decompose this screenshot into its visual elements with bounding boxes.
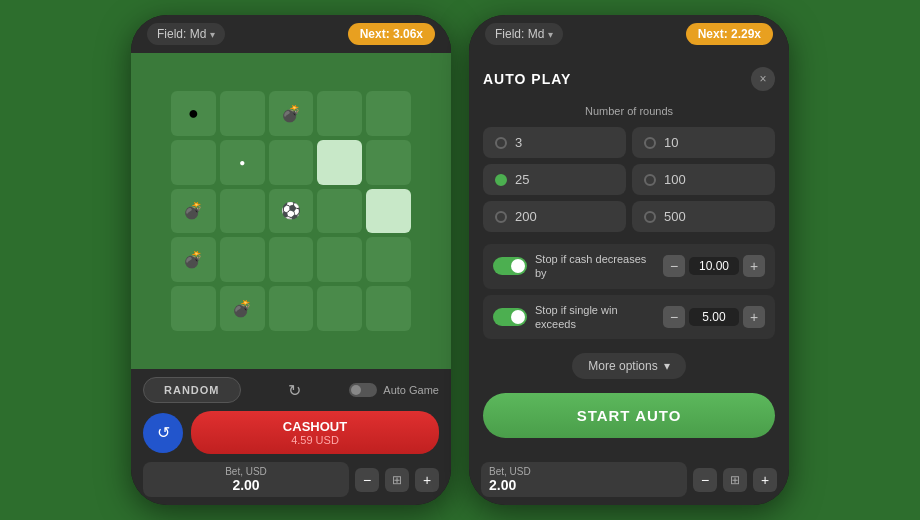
bet-stack-icon[interactable]: ⊞ — [385, 468, 409, 492]
left-field-label: Field: Md — [157, 27, 206, 41]
cell-1-4[interactable] — [366, 140, 411, 185]
right-stack-icon[interactable]: ⊞ — [723, 468, 747, 492]
cell-1-3[interactable] — [317, 140, 362, 185]
rounds-grid: 3 10 25 100 200 — [483, 127, 775, 232]
auto-game-toggle-switch[interactable] — [349, 383, 377, 397]
left-next-badge: Next: 3.06x — [348, 23, 435, 45]
bet-increase-button[interactable]: + — [415, 468, 439, 492]
auto-game-toggle[interactable]: Auto Game — [349, 383, 439, 397]
cell-1-1[interactable]: ● — [220, 140, 265, 185]
refresh-icon[interactable]: ↻ — [288, 381, 301, 400]
close-button[interactable]: × — [751, 67, 775, 91]
stop-win-control: − 5.00 + — [663, 306, 765, 328]
cell-0-1[interactable] — [220, 91, 265, 136]
round-num-3: 3 — [515, 135, 522, 150]
more-options-button[interactable]: More options ▾ — [572, 353, 685, 379]
cell-4-2[interactable] — [269, 286, 314, 331]
cell-4-0[interactable] — [171, 286, 216, 331]
round-option-100[interactable]: 100 — [632, 164, 775, 195]
cell-2-4[interactable] — [366, 189, 411, 234]
action-row: ↺ CASHOUT 4.59 USD — [143, 411, 439, 454]
panel-title: AUTO PLAY — [483, 71, 571, 87]
cashout-button[interactable]: CASHOUT 4.59 USD — [191, 411, 439, 454]
round-num-10: 10 — [664, 135, 678, 150]
cell-3-2[interactable] — [269, 237, 314, 282]
round-option-3[interactable]: 3 — [483, 127, 626, 158]
game-area: ● 💣 ● 💣 ⚽ 💣 💣 — [131, 53, 451, 369]
stop-condition-2: Stop if single win exceeds − 5.00 + — [483, 295, 775, 340]
cell-2-1[interactable] — [220, 189, 265, 234]
cell-0-3[interactable] — [317, 91, 362, 136]
left-phone: Field: Md ▾ Next: 3.06x ● 💣 ● 💣 ⚽ — [131, 15, 451, 505]
cash-value: 10.00 — [689, 257, 739, 275]
cell-0-2[interactable]: 💣 — [269, 91, 314, 136]
stop-cash-toggle[interactable] — [493, 257, 527, 275]
radio-3 — [495, 137, 507, 149]
cell-1-0[interactable] — [171, 140, 216, 185]
stop-win-label: Stop if single win exceeds — [535, 303, 655, 332]
right-field-chevron: ▾ — [548, 29, 553, 40]
right-bet-value: 2.00 — [489, 477, 679, 493]
round-option-25[interactable]: 25 — [483, 164, 626, 195]
bet-value: 2.00 — [151, 477, 341, 493]
cell-3-0[interactable]: 💣 — [171, 237, 216, 282]
round-option-500[interactable]: 500 — [632, 201, 775, 232]
more-options-label: More options — [588, 359, 657, 373]
cell-0-4[interactable] — [366, 91, 411, 136]
bet-row: Bet, USD 2.00 − ⊞ + — [143, 462, 439, 497]
radio-200 — [495, 211, 507, 223]
autoplay-content: AUTO PLAY × Number of rounds 3 10 25 — [469, 53, 789, 454]
right-bottom-controls: Bet, USD 2.00 − ⊞ + — [469, 454, 789, 505]
win-decrease-btn[interactable]: − — [663, 306, 685, 328]
stop-win-toggle[interactable] — [493, 308, 527, 326]
right-field-selector[interactable]: Field: Md ▾ — [485, 23, 563, 45]
stop-condition-1: Stop if cash decreases by − 10.00 + — [483, 244, 775, 289]
win-value: 5.00 — [689, 308, 739, 326]
right-bet-section: Bet, USD 2.00 — [481, 462, 687, 497]
start-auto-button[interactable]: START AUTO — [483, 393, 775, 438]
cashout-label: CASHOUT — [199, 419, 431, 434]
game-grid: ● 💣 ● 💣 ⚽ 💣 💣 — [171, 91, 411, 331]
cell-3-3[interactable] — [317, 237, 362, 282]
win-increase-btn[interactable]: + — [743, 306, 765, 328]
radio-10 — [644, 137, 656, 149]
round-num-500: 500 — [664, 209, 686, 224]
cell-4-4[interactable] — [366, 286, 411, 331]
right-top-bar: Field: Md ▾ Next: 2.29x — [469, 15, 789, 53]
cell-3-4[interactable] — [366, 237, 411, 282]
spin-button[interactable]: ↺ — [143, 413, 183, 453]
radio-500 — [644, 211, 656, 223]
cell-2-0[interactable]: 💣 — [171, 189, 216, 234]
cashout-amount: 4.59 USD — [199, 434, 431, 446]
cell-4-3[interactable] — [317, 286, 362, 331]
cell-2-3[interactable] — [317, 189, 362, 234]
right-phone: Field: Md ▾ Next: 2.29x AUTO PLAY × Numb… — [469, 15, 789, 505]
random-row: RANDOM ↻ Auto Game — [143, 377, 439, 403]
right-field-label: Field: Md — [495, 27, 544, 41]
autoplay-panel: AUTO PLAY × Number of rounds 3 10 25 — [469, 53, 789, 454]
cell-3-1[interactable] — [220, 237, 265, 282]
left-field-chevron: ▾ — [210, 29, 215, 40]
radio-25 — [495, 174, 507, 186]
cell-2-2[interactable]: ⚽ — [269, 189, 314, 234]
random-button[interactable]: RANDOM — [143, 377, 241, 403]
panel-header: AUTO PLAY × — [483, 67, 775, 91]
left-top-bar: Field: Md ▾ Next: 3.06x — [131, 15, 451, 53]
cell-0-0[interactable]: ● — [171, 91, 216, 136]
left-field-selector[interactable]: Field: Md ▾ — [147, 23, 225, 45]
round-option-200[interactable]: 200 — [483, 201, 626, 232]
right-bet-decrease[interactable]: − — [693, 468, 717, 492]
cell-4-1[interactable]: 💣 — [220, 286, 265, 331]
round-option-10[interactable]: 10 — [632, 127, 775, 158]
cash-increase-btn[interactable]: + — [743, 255, 765, 277]
bet-label: Bet, USD — [151, 466, 341, 477]
auto-game-label: Auto Game — [383, 384, 439, 396]
rounds-label: Number of rounds — [483, 105, 775, 117]
bet-decrease-button[interactable]: − — [355, 468, 379, 492]
right-bet-row: Bet, USD 2.00 − ⊞ + — [481, 462, 777, 497]
right-bet-increase[interactable]: + — [753, 468, 777, 492]
round-num-200: 200 — [515, 209, 537, 224]
cell-1-2[interactable] — [269, 140, 314, 185]
right-next-badge: Next: 2.29x — [686, 23, 773, 45]
cash-decrease-btn[interactable]: − — [663, 255, 685, 277]
